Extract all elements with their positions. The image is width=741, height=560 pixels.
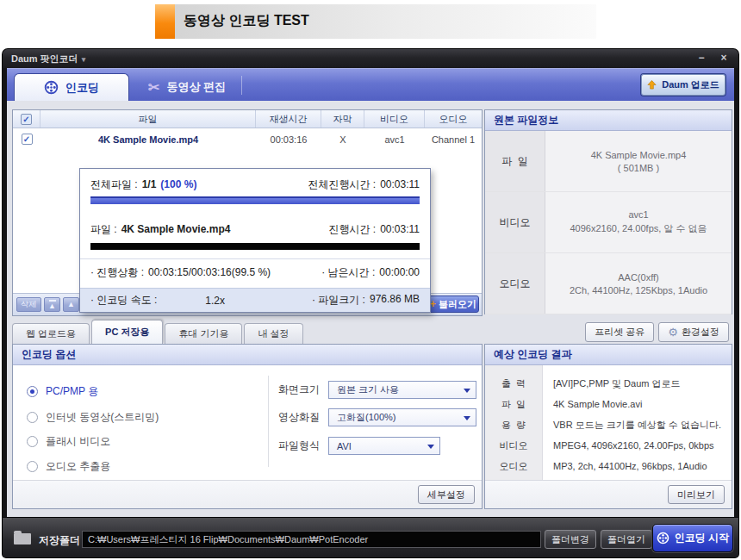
tab-video-edit-label: 동영상 편집 bbox=[166, 79, 226, 95]
video-quality-select[interactable]: 고화질(100%) bbox=[328, 408, 476, 426]
file-format-value: AVI bbox=[337, 441, 352, 451]
screen-size-select[interactable]: 원본 크기 사용 bbox=[328, 381, 476, 399]
tab-my-settings[interactable]: 내 설정 bbox=[244, 323, 302, 344]
source-video-line1: avc1 bbox=[628, 209, 648, 220]
result-size-label: 용 량 bbox=[485, 419, 542, 432]
total-files-label: 전체파일 : bbox=[90, 177, 138, 192]
tab-web-upload[interactable]: 웹 업로드용 bbox=[12, 323, 90, 344]
progress-footer: · 인코딩 속도 : 1.2x · 파일크기 : 976.86 MB bbox=[80, 288, 430, 312]
settings-button[interactable]: ⚙ 환경설정 bbox=[658, 322, 729, 342]
column-file[interactable]: 파일 bbox=[40, 110, 256, 128]
minimize-button[interactable]: − bbox=[695, 52, 707, 64]
current-file-name: 4K Sample Movie.mp4 bbox=[121, 223, 231, 235]
row-checkbox[interactable]: ✓ bbox=[22, 134, 33, 145]
options-divider bbox=[268, 376, 269, 467]
start-encoding-label: 인코딩 시작 bbox=[675, 531, 729, 545]
tab-separator bbox=[241, 76, 242, 95]
screen-size-label: 화면크기 bbox=[278, 383, 320, 397]
window-title-text: Daum 팟인코더 bbox=[11, 53, 78, 64]
select-all-checkbox[interactable]: ✓ bbox=[21, 114, 32, 125]
upload-arrow-icon bbox=[647, 80, 657, 90]
preview-button[interactable]: 미리보기 bbox=[668, 485, 725, 504]
scissors-icon: ✂ bbox=[148, 79, 159, 96]
page-header: 동영상 인코딩 TEST bbox=[155, 4, 596, 39]
source-file-label: 파 일 bbox=[485, 131, 545, 191]
accent-block-icon bbox=[155, 4, 175, 39]
column-video[interactable]: 비디오 bbox=[364, 110, 425, 128]
source-file-line2: ( 501MB ) bbox=[618, 163, 659, 173]
change-folder-button[interactable]: 폴더변경 bbox=[545, 530, 596, 549]
radio-pc-pmp[interactable]: PC/PMP 용 bbox=[27, 384, 98, 399]
cell-filename: 4K Sample Movie.mp4 bbox=[40, 128, 256, 150]
source-row-video: 비디오 avc1 4096x2160, 24.00fps, 알 수 없음 bbox=[485, 192, 732, 253]
expected-result-title: 예상 인코딩 결과 bbox=[485, 345, 732, 365]
dropdown-arrow-icon bbox=[427, 445, 434, 449]
radio-selected-icon bbox=[27, 386, 38, 397]
result-output-label: 출 력 bbox=[485, 377, 542, 390]
video-quality-value: 고화질(100%) bbox=[337, 411, 395, 424]
encoding-options-footer: 세부설정 bbox=[13, 480, 482, 508]
move-top-button[interactable]: ▲ bbox=[44, 297, 60, 312]
source-row-file: 파 일 4K Sample Movie.mp4 ( 501MB ) bbox=[485, 131, 732, 192]
result-output-value: [AVI]PC,PMP 및 Daum 업로드 bbox=[542, 377, 681, 390]
radio-icon bbox=[27, 412, 38, 423]
remain-value: 00:00:00 bbox=[379, 266, 420, 278]
elapsed-value: 00:03:11 bbox=[380, 223, 420, 235]
total-time-value: 00:03:11 bbox=[380, 178, 420, 190]
source-audio-line2: 2Ch, 44100Hz, 125Kbps, 1Audio bbox=[570, 285, 707, 296]
tab-video-edit[interactable]: ✂ 동영상 편집 bbox=[134, 73, 240, 101]
source-video-label: 비디오 bbox=[485, 192, 545, 252]
save-folder-path[interactable]: C:₩Users₩프레스티지 16 Flip₩Documents₩Daum₩Po… bbox=[82, 531, 541, 548]
window-title: Daum 팟인코더▾ bbox=[11, 53, 85, 65]
load-file-button[interactable]: + 불러오기 bbox=[427, 296, 479, 313]
column-audio[interactable]: 오디오 bbox=[425, 110, 482, 128]
move-up-button[interactable]: ▲ bbox=[63, 297, 79, 312]
film-reel-icon bbox=[657, 532, 669, 544]
detail-settings-button[interactable]: 세부설정 bbox=[418, 485, 475, 504]
start-encoding-button[interactable]: 인코딩 시작 bbox=[652, 524, 733, 552]
source-audio-line1: AAC(0xff) bbox=[618, 272, 658, 283]
dropdown-arrow-icon bbox=[464, 416, 470, 420]
cell-video: avc1 bbox=[364, 128, 425, 150]
cell-subtitle: X bbox=[321, 128, 364, 150]
tab-pc-save[interactable]: PC 저장용 bbox=[91, 320, 163, 344]
result-audio-label: 오디오 bbox=[485, 460, 542, 473]
cell-duration: 00:03:16 bbox=[256, 128, 321, 150]
load-file-label: 불러오기 bbox=[439, 298, 476, 311]
expected-result-footer: 미리보기 bbox=[485, 480, 732, 508]
result-video-value: MPEG4, 4096x2160, 24.00Fps, 0kbps bbox=[542, 440, 714, 451]
tab-mobile-device[interactable]: 휴대 기기용 bbox=[165, 323, 242, 344]
result-file-value: 4K Sample Movie.avi bbox=[542, 399, 642, 409]
progress-panel: 전체파일 : 1/1 (100 %) 전체진행시간 : 00:03:11 파일 … bbox=[79, 168, 431, 313]
titlebar: Daum 팟인코더▾ − × bbox=[3, 49, 738, 68]
preset-share-label: 프리셋 공유 bbox=[595, 326, 644, 339]
file-format-label: 파일형식 bbox=[278, 439, 320, 453]
delete-button[interactable]: 삭제 bbox=[16, 297, 41, 312]
daum-upload-label: Daum 업로드 bbox=[662, 78, 719, 91]
video-quality-label: 영상화질 bbox=[278, 410, 320, 425]
column-duration[interactable]: 재생시간 bbox=[256, 110, 321, 128]
tab-encoding[interactable]: 인코딩 bbox=[14, 73, 129, 101]
file-format-select[interactable]: AVI bbox=[328, 437, 440, 455]
caret-down-icon[interactable]: ▾ bbox=[82, 55, 86, 64]
source-video-line2: 4096x2160, 24.00fps, 알 수 없음 bbox=[570, 222, 707, 235]
radio-internet-streaming[interactable]: 인터넷 동영상(스트리밍) bbox=[27, 410, 159, 425]
close-button[interactable]: × bbox=[718, 52, 730, 64]
daum-upload-button[interactable]: Daum 업로드 bbox=[641, 74, 725, 96]
table-row[interactable]: ✓ 4K Sample Movie.mp4 00:03:16 X avc1 Ch… bbox=[13, 128, 482, 150]
radio-audio-extract[interactable]: 오디오 추출용 bbox=[27, 459, 110, 474]
arrow-up-icon: ▲ bbox=[48, 302, 56, 310]
progress-divider bbox=[80, 258, 430, 259]
preset-share-button[interactable]: 프리셋 공유 bbox=[585, 322, 654, 342]
total-time-label: 전체진행시간 : bbox=[308, 177, 377, 192]
result-video-label: 비디오 bbox=[485, 439, 542, 452]
source-row-audio: 오디오 AAC(0xff) 2Ch, 44100Hz, 125Kbps, 1Au… bbox=[485, 253, 732, 314]
expected-result-body: 출 력 [AVI]PC,PMP 및 Daum 업로드 파 일 4K Sample… bbox=[485, 365, 732, 481]
source-audio-label: 오디오 bbox=[485, 253, 545, 314]
plus-icon: + bbox=[430, 298, 436, 310]
total-percent: (100 %) bbox=[160, 178, 196, 190]
radio-flash-video[interactable]: 플래시 비디오 bbox=[27, 434, 110, 449]
open-folder-button[interactable]: 폴더열기 bbox=[601, 530, 652, 549]
column-subtitle[interactable]: 자막 bbox=[321, 110, 364, 128]
file-progress-bar bbox=[90, 243, 420, 250]
